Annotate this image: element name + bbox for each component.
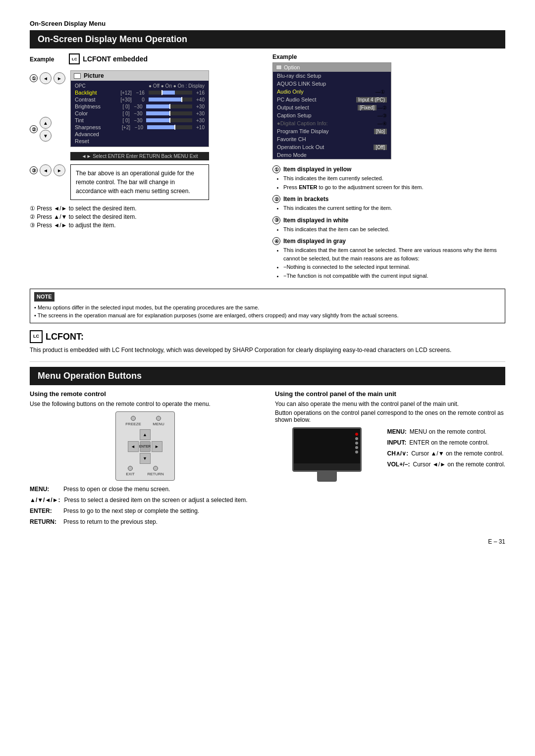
caption-setup-row: Caption Setup —③ (273, 111, 391, 119)
contrast-row: Contrast [+30] 0 +40 (71, 96, 209, 103)
term-return: RETURN: Press to return to the previous … (30, 517, 260, 527)
demo-mode-row: Demo Mode (273, 151, 391, 159)
note-item-2: • The screens in the operation manual ar… (34, 311, 501, 320)
arrow-right-1[interactable]: ► (54, 72, 65, 84)
press-list: ① Press ◄/► to select the desired item. … (30, 205, 263, 229)
menu-screen: Picture OPC ● Off ● On ● On : Display Ba… (70, 70, 209, 147)
desc-item-2: ② Item in brackets This indicates the cu… (272, 195, 505, 212)
reset-row: Reset (71, 138, 209, 145)
dpad-up[interactable]: ▲ (140, 429, 151, 440)
example-label-left: Example (30, 56, 54, 63)
press-item-2: ② Press ▲/▼ to select the desired item. (30, 213, 263, 220)
desc-list: ① Item displayed in yellow This indicate… (272, 165, 505, 280)
arrow-up-2[interactable]: ▲ (40, 117, 52, 129)
digital-caption-row: ●Digital Caption Info: —④ (273, 119, 391, 127)
using-remote-title: Using the remote control (30, 390, 260, 398)
option-icon (276, 65, 282, 70)
ctrl-menu: MENU: MENU on the remote control. (387, 427, 505, 436)
term-enter: ENTER: Press to go to the next step or c… (30, 506, 260, 516)
op-lock-row: Operation Lock Out[Off] (273, 143, 391, 151)
option-header-label: Option (284, 64, 300, 70)
press-item-1: ① Press ◄/► to select the desired item. (30, 205, 263, 212)
circle-3: ③ (272, 216, 280, 224)
color-row: Color [ 0] −30 +30 (71, 110, 209, 117)
page-number: E – 31 (30, 538, 505, 545)
brightness-row: Brightness [ 0] −30 +30 (71, 103, 209, 110)
sharpness-row: Sharpness [+2] −10 +10 (71, 124, 209, 131)
dpad-center[interactable]: ENTER (140, 441, 151, 452)
note-box: NOTE • Menu options differ in the select… (30, 289, 505, 323)
pc-audio-row: PC Audio SelectInput 4 (PC) (273, 96, 391, 103)
step2-num: ② (30, 125, 38, 133)
desc-bullet-1-2: Press ENTER to go to the adjustment scre… (283, 183, 505, 192)
arrow-left-1[interactable]: ◄ (40, 72, 52, 84)
tv-btn-4[interactable] (355, 451, 358, 454)
picture-label: Picture (84, 72, 104, 79)
using-panel-desc1: You can also operate the menu with the c… (275, 401, 505, 407)
lcfont-embedded-label: LCFONT embedded (83, 55, 148, 63)
audio-only-row: Audio Only —① (273, 88, 391, 96)
circle-1: ① (272, 165, 280, 173)
tv-btn-1[interactable] (355, 437, 358, 440)
using-panel-title: Using the control panel of the main unit (275, 390, 505, 398)
banner-on-screen: On-Screen Display Menu Operation (30, 30, 505, 49)
ctrl-desc-list: MENU: MENU on the remote control. INPUT:… (387, 427, 505, 471)
lcfont-logo: LC (30, 330, 43, 343)
example-label-right: Example (272, 53, 505, 60)
desc-bullet-1-1: This indicates the item currently select… (283, 174, 505, 183)
favorite-ch-row: Favorite CH (273, 135, 391, 143)
arrow-left-3[interactable]: ◄ (40, 164, 52, 176)
step1-num: ① (30, 74, 38, 82)
tv-btn-3[interactable] (355, 446, 358, 449)
desc-item-4: ④ Item displayed in gray This indicates … (272, 237, 505, 280)
guide-bar: ◄► Select ENTER Enter RETURN Back MENU E… (70, 152, 209, 160)
desc-title-4: Item displayed in gray (283, 238, 346, 245)
backlight-row: Backlight [+12] −16 +16 (71, 89, 209, 96)
desc-bullet-4-1: This indicates that the item cannot be s… (283, 246, 505, 262)
arrow-down-2[interactable]: ▼ (40, 130, 52, 142)
dpad-down[interactable]: ▼ (140, 453, 151, 464)
arrow-right-3[interactable]: ► (54, 164, 65, 176)
term-menu: MENU: Press to open or close the menu sc… (30, 485, 260, 494)
ctrl-vol: VOL+/−: Cursor ◄/► on the remote control… (387, 460, 505, 469)
remote-control: FREEZE MENU ▲ ◄ ENTER ► ▼ (115, 411, 175, 481)
lcfont-section: LC LCFONT: This product is embedded with… (30, 330, 505, 354)
tv-icon (74, 73, 81, 79)
lcfont-text: This product is embedded with LC Font te… (30, 346, 505, 354)
lcfont-section-title: LCFONT: (46, 330, 84, 344)
press-item-3: ③ Press ◄/► to adjust the item. (30, 222, 263, 229)
ctrl-input: INPUT: ENTER on the remote control. (387, 438, 505, 447)
aquos-link-row: AQUOS LINK Setup (273, 80, 391, 88)
using-panel-desc2: Button operations on the control panel c… (275, 409, 505, 423)
term-arrows: ▲/▼/◄/►: Press to select a desired item … (30, 496, 260, 505)
ctrl-ch: CH∧/∨: Cursor ▲/▼ on the remote control. (387, 449, 505, 458)
using-remote-desc: Use the following buttons on the remote … (30, 401, 260, 407)
callout-box: The bar above is an operational guide fo… (70, 164, 209, 200)
tv-mockup (292, 427, 362, 482)
power-btn[interactable] (355, 433, 358, 436)
lcfont-icon: LC (69, 53, 80, 64)
option-screen: Option Blu-ray disc Setup AQUOS LINK Set… (272, 62, 391, 159)
desc-title-1: Item displayed in yellow (283, 166, 351, 173)
desc-title-3: Item displayed in white (283, 217, 348, 224)
desc-bullet-4-2: −Nothing is connected to the selected in… (283, 263, 505, 271)
desc-title-2: Item in brackets (283, 196, 328, 202)
desc-bullet-4-3: −The function is not compatible with the… (283, 272, 505, 280)
desc-bullet-3-1: This indicates that the item can be sele… (283, 225, 505, 234)
blu-ray-row: Blu-ray disc Setup (273, 72, 391, 80)
advanced-row: Advanced (71, 131, 209, 138)
note-item-1: • Menu options differ in the selected in… (34, 303, 501, 312)
dpad-left[interactable]: ◄ (128, 441, 139, 452)
opc-row: OPC ● Off ● On ● On : Display (71, 83, 209, 89)
dpad-right[interactable]: ► (152, 441, 162, 452)
circle-4: ④ (272, 237, 280, 245)
banner-menu-op: Menu Operation Buttons (30, 367, 505, 385)
circle-2: ② (272, 195, 280, 203)
step3-num: ③ (30, 166, 38, 174)
desc-bullet-2-1: This indicates the current setting for t… (283, 204, 505, 212)
output-select-row: Output select [Fixed] —② (273, 103, 391, 111)
note-label: NOTE (34, 292, 54, 302)
section-title: On-Screen Display Menu (30, 20, 505, 27)
desc-item-1: ① Item displayed in yellow This indicate… (272, 165, 505, 191)
tv-btn-2[interactable] (355, 442, 358, 445)
